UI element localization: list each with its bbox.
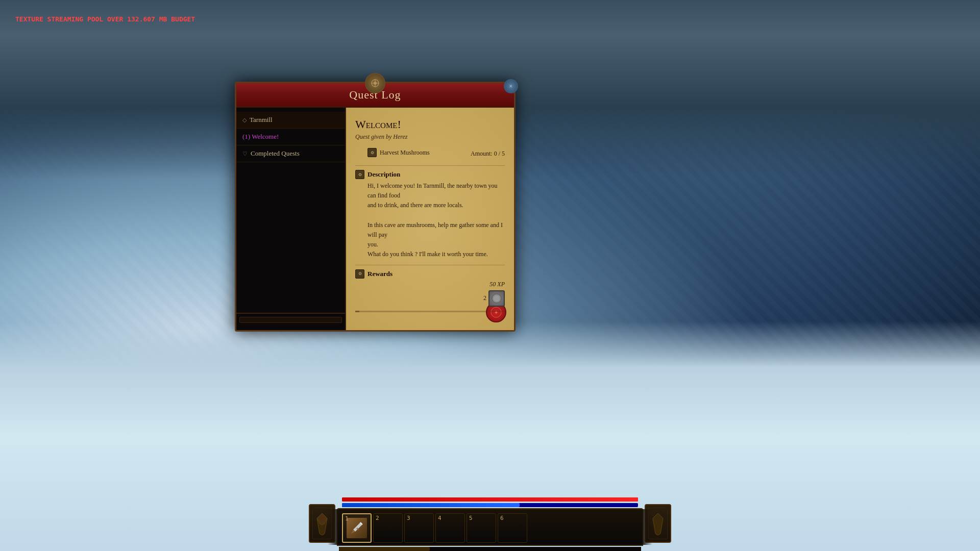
resource-bars bbox=[337, 497, 643, 507]
panel-top-decoration bbox=[365, 73, 385, 93]
mana-bar bbox=[342, 503, 638, 507]
description-header: ⚙ Description bbox=[355, 170, 505, 179]
hotbar-slot-1[interactable]: 1 bbox=[342, 513, 372, 543]
slot-4-number: 4 bbox=[438, 515, 442, 521]
quest-rewards-section: ⚙ Rewards 50 XP 2 bbox=[355, 269, 505, 312]
tarnmill-label: Tarnmill bbox=[250, 116, 273, 124]
quest-description-section: ⚙ Description Hi, I welcome you! In Tarn… bbox=[355, 170, 505, 260]
reward-progress-bar bbox=[355, 311, 505, 312]
reward-item-row: 2 bbox=[355, 290, 505, 307]
completed-icon: ♡ bbox=[242, 151, 248, 157]
quest-log-panel: Quest Log × ◇ Tarnmill (1) Welcome! ♡ bbox=[235, 82, 516, 332]
quest-detail-title: Welcome! bbox=[355, 118, 505, 131]
description-text: Hi, I welcome you! In Tarnmill, the near… bbox=[355, 181, 505, 260]
rewards-icon: ⚙ bbox=[355, 269, 364, 279]
scrollbar-thumb bbox=[339, 547, 430, 551]
slot-1-item bbox=[347, 518, 367, 538]
quest-list: ◇ Tarnmill (1) Welcome! ♡ Completed Ques… bbox=[236, 112, 345, 313]
objective-title: Harvest Mushrooms bbox=[380, 149, 430, 157]
rewards-title: Rewards bbox=[368, 270, 393, 278]
quest-detail-panel: Welcome! Quest given by Herez ⚙ Harvest … bbox=[346, 108, 514, 330]
hotbar-slot-3[interactable]: 3 bbox=[404, 513, 434, 543]
slot-1-number: 1 bbox=[345, 515, 349, 522]
hotbar-slot-6[interactable]: 6 bbox=[498, 513, 527, 543]
divider-1 bbox=[355, 165, 505, 166]
hotbar-slot-2[interactable]: 2 bbox=[373, 513, 403, 543]
quest-objective-section: ⚙ Harvest Mushrooms Amount: 0 / 5 bbox=[355, 147, 505, 160]
svg-point-5 bbox=[494, 295, 500, 302]
quest-item-welcome[interactable]: (1) Welcome! bbox=[236, 129, 345, 145]
objective-icon: ⚙ bbox=[368, 148, 377, 157]
reward-count: 2 bbox=[483, 294, 486, 302]
quest-sidebar: ◇ Tarnmill (1) Welcome! ♡ Completed Ques… bbox=[236, 108, 346, 330]
hotbar-slot-4[interactable]: 4 bbox=[435, 513, 465, 543]
rewards-header: ⚙ Rewards bbox=[355, 269, 505, 279]
hotbar-slot-5[interactable]: 5 bbox=[467, 513, 496, 543]
quest-item-tarnmill[interactable]: ◇ Tarnmill bbox=[236, 112, 345, 129]
close-button[interactable]: × bbox=[504, 79, 518, 93]
debug-text: TEXTURE STREAMING POOL OVER 132.607 MB B… bbox=[15, 15, 195, 23]
health-bar bbox=[342, 497, 638, 502]
description-icon: ⚙ bbox=[355, 170, 364, 179]
mana-bar-fill bbox=[342, 503, 520, 507]
reward-item-icon bbox=[488, 290, 505, 307]
completed-label: Completed Quests bbox=[251, 149, 300, 158]
slot-3-number: 3 bbox=[407, 515, 410, 521]
tarnmill-icon: ◇ bbox=[242, 117, 247, 123]
hotbar-scrollbar bbox=[339, 547, 641, 551]
quest-item-completed[interactable]: ♡ Completed Quests bbox=[236, 145, 345, 162]
hotbar-wrapper: 1 2 3 bbox=[337, 508, 643, 551]
sidebar-scrollbar[interactable] bbox=[239, 317, 342, 323]
sidebar-footer bbox=[236, 313, 345, 326]
quest-objective-row: ⚙ Harvest Mushrooms Amount: 0 / 5 bbox=[355, 147, 505, 160]
hotbar: 1 2 3 bbox=[337, 508, 643, 546]
divider-2 bbox=[355, 265, 505, 265]
health-bar-fill bbox=[342, 497, 638, 502]
panel-body: ◇ Tarnmill (1) Welcome! ♡ Completed Ques… bbox=[236, 108, 514, 330]
objective-header: ⚙ Harvest Mushrooms bbox=[368, 148, 430, 157]
welcome-label: (1) Welcome! bbox=[242, 133, 279, 141]
slot-2-number: 2 bbox=[376, 515, 379, 521]
quest-giver: Quest given by Herez bbox=[355, 133, 505, 141]
objective-amount: Amount: 0 / 5 bbox=[471, 150, 505, 158]
hotbar-container: 1 2 3 bbox=[337, 497, 643, 551]
slot-6-number: 6 bbox=[500, 515, 504, 521]
quest-detail-content: Welcome! Quest given by Herez ⚙ Harvest … bbox=[355, 118, 505, 312]
reward-xp: 50 XP bbox=[355, 281, 505, 288]
slot-5-number: 5 bbox=[469, 515, 473, 521]
description-title: Description bbox=[368, 170, 400, 179]
